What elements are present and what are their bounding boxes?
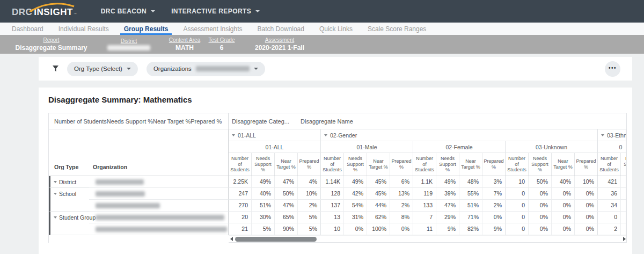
table-row-left[interactable]: District xyxy=(49,176,229,188)
collapse-caret-icon[interactable] xyxy=(324,134,327,136)
collapse-caret-icon[interactable] xyxy=(54,181,57,183)
subcol-header[interactable]: Prepared % xyxy=(298,153,321,176)
header-disaggregate-name[interactable]: Disaggregate Name xyxy=(301,118,353,125)
header-near-target[interactable]: Near Target % xyxy=(153,118,191,125)
group-03-ethnicity[interactable]: 03-Ethnicity xyxy=(598,129,626,141)
tab-batch-download[interactable]: Batch Download xyxy=(250,23,312,35)
header-org-type[interactable]: Org Type xyxy=(54,164,93,170)
subcol-header[interactable]: Number of Students xyxy=(506,153,529,176)
subcol-header[interactable]: Needs Support % xyxy=(529,153,552,176)
org-type-cell[interactable]: District xyxy=(49,176,89,188)
subcol-header[interactable]: Near Target % xyxy=(275,153,298,176)
header-disaggregate-category[interactable]: Disaggregate Categ... xyxy=(232,118,301,125)
subcol-header[interactable]: Prepared % xyxy=(390,153,413,176)
header-prepared[interactable]: Prepared % xyxy=(191,118,222,125)
data-cell: 51% xyxy=(252,200,275,211)
subcol-header[interactable]: Number of Students xyxy=(598,153,621,176)
header-needs-support[interactable]: Needs Support % xyxy=(107,118,153,125)
organizations-filter-dropdown[interactable]: Organizations xyxy=(147,62,265,76)
scroll-right-arrow-icon[interactable] xyxy=(623,237,626,241)
tab-quick-links[interactable]: Quick Links xyxy=(312,23,360,35)
context-district-label[interactable]: District xyxy=(121,38,137,44)
horizontal-scrollbar[interactable] xyxy=(229,235,626,243)
subcol-header[interactable]: Number of Students xyxy=(321,153,344,176)
org-type-cell[interactable]: School xyxy=(49,188,89,200)
table-row-left[interactable]: Student Group xyxy=(49,212,229,223)
data-cell: 49% xyxy=(436,176,459,187)
org-type-cell[interactable] xyxy=(49,223,89,235)
subcol-header[interactable]: Needs Support % xyxy=(436,153,459,176)
table-row[interactable]: 20 30% 65% 5% 13 31% 62% 8% 7 29% 71% 0%… xyxy=(229,212,626,223)
table-row-left[interactable] xyxy=(49,223,229,235)
subgroup-ethnicity-partial[interactable]: 0 xyxy=(598,141,626,153)
tab-scale-score-ranges[interactable]: Scale Score Ranges xyxy=(360,23,434,35)
table-row[interactable]: 21 5% 90% 5% 10 0% 100% 0% 11 9% 82% 9% … xyxy=(229,223,626,235)
subcol-header[interactable]: Needs Support % xyxy=(621,153,626,176)
collapse-caret-icon[interactable] xyxy=(601,134,604,136)
data-cell: 0% xyxy=(552,188,575,199)
redacted-organization-name xyxy=(96,179,144,185)
more-options-button[interactable]: ••• xyxy=(605,61,620,77)
subcol-header[interactable]: Near Target % xyxy=(459,153,482,176)
scroll-left-arrow-icon[interactable] xyxy=(230,237,233,241)
subcol-header[interactable]: Number of Students xyxy=(229,153,252,176)
data-cell: 50% xyxy=(275,188,298,199)
drag-column-headers: Disaggregate Categ... Disaggregate Name xyxy=(229,113,626,129)
table-row-left[interactable] xyxy=(49,200,229,212)
context-assessment-label[interactable]: Assessment xyxy=(265,37,294,43)
subgroup-03-unknown[interactable]: 03-Unknown xyxy=(506,141,598,153)
tab-individual-results[interactable]: Individual Results xyxy=(51,23,116,35)
menu-drc-beacon[interactable]: DRC BEACON xyxy=(101,8,155,15)
subgroup-01-male[interactable]: 01-Male xyxy=(321,141,413,153)
menu-interactive-reports[interactable]: INTERACTIVE REPORTS xyxy=(171,8,260,15)
org-type-filter-dropdown[interactable]: Org Type (Select) xyxy=(67,62,138,76)
scrollbar-thumb[interactable] xyxy=(235,237,317,242)
context-report-label[interactable]: Report xyxy=(43,37,59,43)
scrollable-columns-pane[interactable]: 01-ALL 02-Gender 03-Ethnicity 01-ALL 01-… xyxy=(229,129,626,243)
data-cell: 0% xyxy=(482,212,506,223)
subcol-header[interactable]: Near Target % xyxy=(367,153,390,176)
subcol-header[interactable]: Needs Support % xyxy=(344,153,367,176)
data-cell: 55% xyxy=(459,188,482,199)
chevron-down-icon xyxy=(127,68,131,70)
report-card: Disaggregate Summary: Mathematics Number… xyxy=(39,88,632,254)
group-01-all[interactable]: 01-ALL xyxy=(229,129,321,141)
group-02-gender[interactable]: 02-Gender xyxy=(321,129,598,141)
org-type-label: School xyxy=(59,191,76,197)
org-type-label: District xyxy=(59,179,76,185)
collapse-caret-icon[interactable] xyxy=(54,193,57,195)
context-content-area-label[interactable]: Content Area xyxy=(169,37,200,43)
data-cell: 0% xyxy=(575,223,598,235)
collapse-caret-icon[interactable] xyxy=(232,134,235,136)
tab-dashboard[interactable]: Dashboard xyxy=(4,23,51,35)
org-type-cell[interactable]: Student Group xyxy=(49,212,89,223)
data-cell: 1.1K xyxy=(413,176,436,187)
data-cell: 45% xyxy=(367,188,390,199)
data-cell: 0% xyxy=(575,188,598,199)
table-row[interactable]: 270 51% 47% 2% 137 54% 44% 2% 133 47% 51… xyxy=(229,200,626,212)
subcol-header[interactable]: Prepared % xyxy=(482,153,506,176)
subgroup-01-all[interactable]: 01-ALL xyxy=(229,141,321,153)
header-number-of-students[interactable]: Number of Students xyxy=(54,118,107,125)
subgroup-02-female[interactable]: 02-Female xyxy=(413,141,506,153)
header-organization[interactable]: Organization xyxy=(93,164,127,170)
table-row[interactable]: 2.25K 49% 47% 4% 1.14K 49% 45% 6% 1.1K 4… xyxy=(229,176,626,188)
subcol-header[interactable]: Near Target % xyxy=(552,153,575,176)
org-type-cell[interactable] xyxy=(49,200,89,212)
data-cell: 44% xyxy=(367,200,390,211)
context-test-grade-label[interactable]: Test Grade xyxy=(209,37,235,43)
disaggregate-summary-table: Number of Students Needs Support % Near … xyxy=(48,113,627,243)
subcol-header[interactable]: Prepared % xyxy=(575,153,598,176)
subcol-header[interactable]: Number of Students xyxy=(413,153,436,176)
table-row-left[interactable]: School xyxy=(49,188,229,200)
subcol-header[interactable]: Needs Support % xyxy=(252,153,275,176)
filter-funnel-icon xyxy=(53,66,58,72)
logo-text-insight: INSIGHT xyxy=(34,7,72,18)
data-cell: 2% xyxy=(390,200,413,211)
tab-group-results[interactable]: Group Results xyxy=(116,23,176,35)
tab-assessment-insights[interactable]: Assessment Insights xyxy=(175,23,250,35)
data-cell: 100% xyxy=(367,223,390,235)
collapse-caret-icon[interactable] xyxy=(54,216,57,219)
table-row[interactable]: 247 40% 50% 10% 128 42% 45% 13% 119 39% … xyxy=(229,188,626,200)
data-cell: 7% xyxy=(482,188,506,199)
